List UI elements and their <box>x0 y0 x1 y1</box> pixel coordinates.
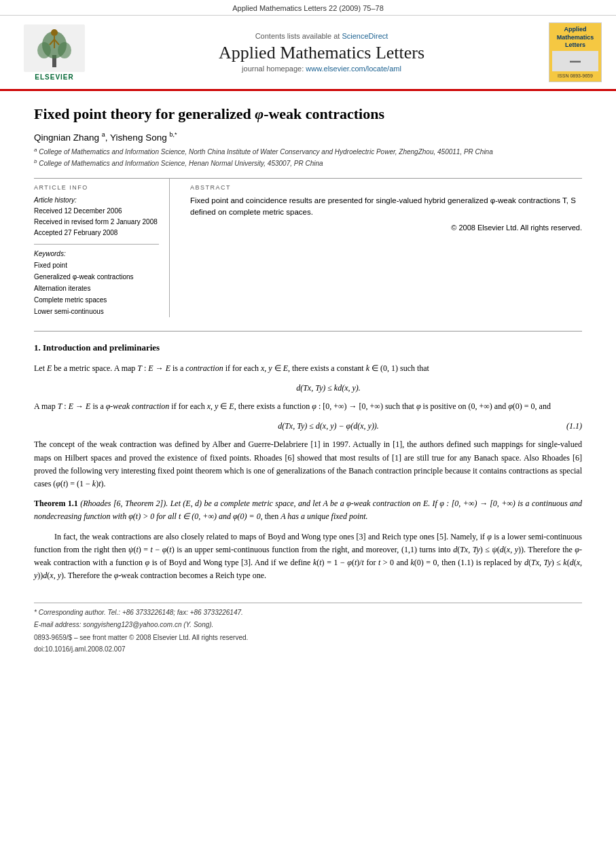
abstract-heading: ABSTRACT <box>190 184 582 191</box>
theorem-ref: (Rhoades [6, Theorem 2]). <box>80 499 168 508</box>
abstract-panel: ABSTRACT Fixed point and coincidence res… <box>190 179 582 317</box>
keyword-4: Complete metric spaces <box>34 294 159 306</box>
abstract-text: Fixed point and coincidence results are … <box>190 195 582 219</box>
phi-weak-def-paragraph: A map T : E → E is a φ-weak contraction … <box>34 400 582 413</box>
keywords-label: Keywords: <box>34 250 159 257</box>
aml-badge-container: AppliedMathematicsLetters ▬▬ ISSN 0893-9… <box>548 22 602 82</box>
page-footer: * Corresponding author. Tel.: +86 373322… <box>34 603 582 653</box>
main-content: Fixed point theory for generalized φ-wea… <box>0 91 616 673</box>
keyword-5: Lower semi-continuous <box>34 306 159 317</box>
copyright: © 2008 Elsevier Ltd. All rights reserved… <box>190 223 582 232</box>
intro-paragraph: Let E be a metric space. A map T : E → E… <box>34 362 582 375</box>
affiliations: a College of Mathematics and Information… <box>34 146 582 168</box>
article-title: Fixed point theory for generalized φ-wea… <box>34 105 582 124</box>
page: Applied Mathematics Letters 22 (2009) 75… <box>0 0 616 841</box>
eq-1-1: d(Tx, Ty) ≤ d(x, y) − φ(d(x, y)). (1.1) <box>75 420 582 433</box>
svg-point-5 <box>51 29 58 36</box>
info-abstract-section: ARTICLE INFO Article history: Received 1… <box>34 178 582 317</box>
body-content: 1. Introduction and preliminaries Let E … <box>34 341 582 582</box>
sciencedirect-link[interactable]: ScienceDirect <box>342 32 388 40</box>
authors-line: Qingnian Zhang a, Yisheng Song b,* <box>34 131 582 143</box>
eq-contraction: d(Tx, Ty) ≤ kd(x, y). <box>75 382 582 395</box>
intro-text-content: Let E be a metric space. A map T : E → E… <box>34 363 429 373</box>
citation-text: Applied Mathematics Letters 22 (2009) 75… <box>232 4 384 12</box>
accepted: Accepted 27 February 2008 <box>34 228 159 238</box>
article-info-heading: ARTICLE INFO <box>34 184 159 191</box>
affiliation-a: College of Mathematics and Information S… <box>39 149 493 156</box>
aml-badge: AppliedMathematicsLetters ▬▬ ISSN 0893-9… <box>549 22 602 82</box>
keywords-section: Keywords: Fixed point Generalized φ-weak… <box>34 250 159 317</box>
journal-center-info: Contents lists available at ScienceDirec… <box>95 32 548 73</box>
affiliation-b: College of Mathematics and Information S… <box>39 160 323 167</box>
footer-issn: 0893-9659/$ – see front matter © 2008 El… <box>34 634 582 641</box>
received-1: Received 12 December 2006 <box>34 206 159 217</box>
history-paragraph: The concept of the weak contraction was … <box>34 438 582 490</box>
footnote-star: * Corresponding author. Tel.: +86 373322… <box>34 607 582 618</box>
then-word: then <box>265 512 279 521</box>
article-info-panel: ARTICLE INFO Article history: Received 1… <box>34 179 170 317</box>
keywords-list: Fixed point Generalized φ-weak contracti… <box>34 260 159 317</box>
journal-title: Applied Mathematics Letters <box>95 43 548 63</box>
aml-badge-issn: ISSN 0893-9659 <box>552 73 598 79</box>
theorem-label: Theorem 1.1 <box>34 499 78 508</box>
aml-badge-image: ▬▬ <box>552 51 598 71</box>
section-1-title: 1. Introduction and preliminaries <box>34 341 582 355</box>
footer-doi: doi:10.1016/j.aml.2008.02.007 <box>34 645 582 653</box>
journal-homepage-link[interactable]: www.elsevier.com/locate/aml <box>306 65 401 73</box>
revised: Received in revised form 2 January 2008 <box>34 217 159 228</box>
elsevier-logo: ELSEVIER <box>14 24 95 81</box>
footnote-email: E-mail address: songyisheng123@yahoo.com… <box>34 620 582 630</box>
aml-badge-title: AppliedMathematicsLetters <box>552 26 598 50</box>
history-label: Article history: <box>34 195 159 206</box>
keyword-2: Generalized φ-weak contractions <box>34 271 159 283</box>
theorem-1-1-text: Theorem 1.1 (Rhoades [6, Theorem 2]). Le… <box>34 497 582 523</box>
keyword-1: Fixed point <box>34 260 159 271</box>
boyd-wong-paragraph: In fact, the weak contractions are also … <box>34 531 582 583</box>
sciencedirect-label: Contents lists available at ScienceDirec… <box>95 32 548 40</box>
citation-bar: Applied Mathematics Letters 22 (2009) 75… <box>0 0 616 16</box>
journal-header: ELSEVIER Contents lists available at Sci… <box>0 16 616 91</box>
svg-point-4 <box>58 42 71 58</box>
svg-point-3 <box>37 42 51 58</box>
article-history: Article history: Received 12 December 20… <box>34 195 159 245</box>
section-divider <box>34 331 582 332</box>
keyword-3: Alternation iterates <box>34 283 159 294</box>
theorem-1-1: Theorem 1.1 (Rhoades [6, Theorem 2]). Le… <box>34 497 582 523</box>
eq-number-1-1: (1.1) <box>566 420 582 433</box>
elsevier-tree-svg <box>24 24 85 72</box>
elsevier-wordmark: ELSEVIER <box>35 73 73 81</box>
journal-homepage: journal homepage: www.elsevier.com/locat… <box>95 65 548 73</box>
